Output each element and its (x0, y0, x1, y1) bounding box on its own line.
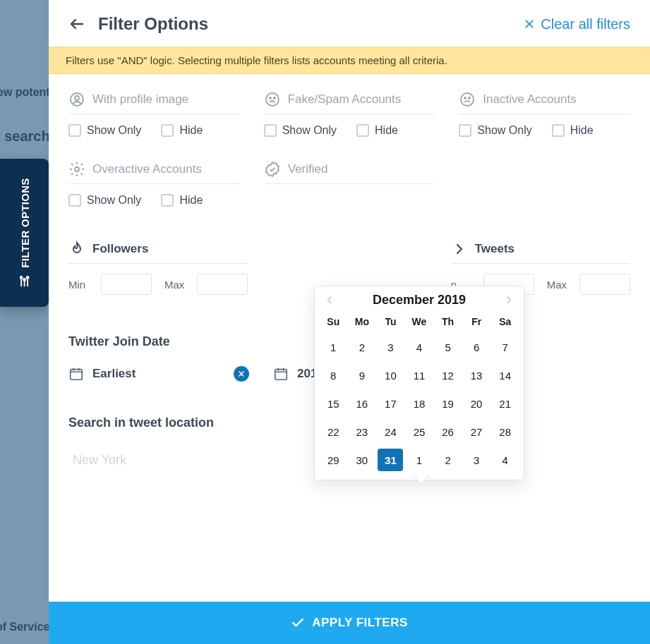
filter-label: Overactive Accounts (92, 162, 202, 176)
calendar-day[interactable]: 31 (376, 446, 405, 474)
side-tab-label: FILTER OPTIONS (18, 178, 30, 267)
calendar-day[interactable]: 10 (376, 361, 405, 389)
overactive-hide[interactable]: Hide (161, 194, 203, 207)
svg-point-1 (23, 279, 25, 281)
back-arrow-icon[interactable] (68, 16, 85, 32)
filter-fake-spam: Fake/Spam Accounts Show Only Hide (264, 91, 435, 137)
calendar-dow: Mo (348, 312, 377, 333)
frown-icon (459, 91, 476, 108)
calendar-day[interactable]: 21 (490, 389, 519, 418)
flame-icon (68, 241, 85, 257)
calendar-day[interactable]: 9 (348, 361, 377, 389)
calendar-day[interactable]: 7 (490, 333, 519, 361)
calendar-day[interactable]: 29 (319, 446, 348, 474)
date-picker-popover: December 2019 SuMoTuWeThFrSa123456789101… (314, 286, 524, 480)
calendar-day[interactable]: 16 (348, 389, 377, 418)
close-icon (524, 18, 535, 30)
calendar-day[interactable]: 24 (376, 418, 405, 446)
chevron-left-icon (325, 295, 335, 305)
calendar-day[interactable]: 20 (462, 389, 491, 418)
calendar-day[interactable]: 15 (319, 389, 348, 418)
calendar-day[interactable]: 23 (348, 418, 377, 446)
max-label: Max (164, 279, 184, 291)
tweets-max-input[interactable] (579, 274, 630, 295)
calendar-day[interactable]: 14 (490, 361, 519, 389)
calendar-day[interactable]: 2 (433, 446, 462, 474)
clear-earliest-button[interactable] (234, 366, 249, 382)
calendar-day[interactable]: 26 (433, 418, 462, 446)
svg-point-11 (75, 167, 79, 171)
calendar-day[interactable]: 8 (319, 361, 348, 389)
calendar-prev-button[interactable] (322, 292, 337, 308)
calendar-day[interactable]: 5 (433, 333, 462, 361)
page-title: Filter Options (98, 14, 208, 34)
calendar-day[interactable]: 12 (433, 361, 462, 389)
svg-rect-12 (71, 370, 83, 380)
fake-spam-show-only[interactable]: Show Only (264, 124, 337, 137)
filter-label: Fake/Spam Accounts (288, 92, 402, 107)
fake-spam-hide[interactable]: Hide (356, 124, 398, 137)
calendar-day[interactable]: 30 (348, 446, 377, 474)
svg-point-0 (20, 277, 23, 279)
profile-icon (68, 91, 85, 108)
clear-all-filters-label: Clear all filters (541, 16, 630, 32)
calendar-day[interactable]: 2 (348, 333, 377, 361)
filter-label: Inactive Accounts (483, 92, 576, 107)
backdrop-text-3: of Service (0, 621, 49, 633)
profile-image-show-only[interactable]: Show Only (68, 124, 141, 137)
stat-label: Tweets (475, 242, 514, 256)
calendar-icon (273, 366, 289, 382)
apply-filters-button[interactable]: APPLY FILTERS (49, 602, 650, 644)
panel-header: Filter Options Clear all filters (49, 0, 650, 47)
calendar-day[interactable]: 17 (376, 389, 405, 418)
followers-min-input[interactable] (101, 274, 152, 295)
calendar-dow: Sa (490, 312, 519, 333)
profile-image-hide[interactable]: Hide (161, 124, 203, 137)
calendar-day[interactable]: 18 (405, 389, 434, 418)
panel-content: With profile image Show Only Hide Fake/S… (49, 74, 650, 644)
filter-options-side-tab[interactable]: FILTER OPTIONS (0, 159, 49, 307)
svg-rect-13 (275, 370, 287, 380)
calendar-day[interactable]: 13 (462, 361, 491, 389)
filter-profile-image: With profile image Show Only Hide (68, 91, 240, 137)
svg-point-8 (461, 93, 474, 106)
calendar-dow: Fr (462, 312, 491, 333)
calendar-day[interactable]: 6 (462, 333, 491, 361)
svg-point-4 (75, 96, 79, 100)
calendar-day[interactable]: 4 (490, 446, 519, 474)
calendar-dow: We (405, 312, 434, 333)
calendar-day[interactable]: 25 (405, 418, 434, 446)
calendar-next-button[interactable] (501, 292, 517, 308)
inactive-hide[interactable]: Hide (552, 124, 594, 137)
calendar-dow: Su (319, 312, 348, 333)
min-label: Min (68, 279, 88, 291)
calendar-month-label: December 2019 (373, 293, 466, 308)
filter-inactive: Inactive Accounts Show Only Hide (459, 91, 630, 137)
calendar-day[interactable]: 22 (319, 418, 348, 446)
chevron-right-icon (451, 241, 468, 257)
calendar-day[interactable]: 11 (405, 361, 434, 389)
clear-all-filters-button[interactable]: Clear all filters (524, 16, 630, 32)
calendar-day[interactable]: 28 (490, 418, 519, 446)
earliest-date-value: Earliest (92, 367, 225, 381)
earliest-date-field[interactable]: Earliest (68, 366, 249, 382)
filter-overactive: Overactive Accounts Show Only Hide (68, 161, 240, 207)
svg-point-6 (270, 97, 271, 99)
calendar-day[interactable]: 3 (462, 446, 491, 474)
backdrop-text-2: t search (0, 128, 50, 145)
info-banner: Filters use "AND" logic. Selecting multi… (49, 47, 650, 74)
check-icon (291, 616, 305, 630)
svg-point-10 (469, 97, 470, 99)
x-icon (238, 370, 245, 377)
calendar-day[interactable]: 4 (405, 333, 434, 361)
followers-max-input[interactable] (197, 274, 248, 295)
inactive-show-only[interactable]: Show Only (459, 124, 531, 137)
calendar-day[interactable]: 1 (319, 333, 348, 361)
calendar-day[interactable]: 19 (433, 389, 462, 418)
calendar-day[interactable]: 27 (462, 418, 491, 446)
calendar-day[interactable]: 3 (376, 333, 405, 361)
filter-label: Verified (288, 162, 328, 176)
overactive-show-only[interactable]: Show Only (68, 194, 141, 207)
filter-panel: Filter Options Clear all filters Filters… (49, 0, 650, 644)
svg-point-9 (464, 97, 466, 99)
